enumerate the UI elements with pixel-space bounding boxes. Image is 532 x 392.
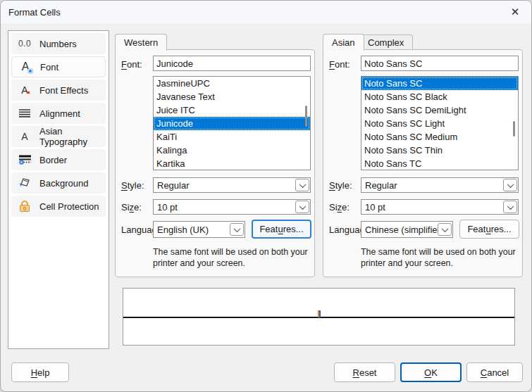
sidebar-item-label: Background — [39, 178, 88, 189]
sidebar-item-label: Cell Protection — [39, 201, 99, 212]
sidebar-item-numbers[interactable]: 0.0 Numbers — [11, 33, 106, 54]
alignment-icon — [16, 105, 33, 122]
close-icon[interactable]: ✕ — [499, 1, 531, 23]
font-list-item[interactable]: Juice ITC — [154, 103, 310, 117]
gear-icon — [27, 68, 33, 74]
ok-button[interactable]: OK — [400, 362, 462, 382]
font-list-item[interactable]: Kalinga — [154, 144, 310, 157]
font-list-item[interactable]: Noto Sans TC — [361, 157, 518, 170]
asian-typography-icon: A — [16, 128, 33, 145]
cancel-button[interactable]: Cancel — [466, 362, 523, 382]
asian-size-label: Size: — [329, 202, 349, 213]
font-list-item[interactable]: JasmineUPC — [154, 77, 310, 90]
asian-font-label: Font: — [329, 59, 350, 70]
chevron-down-icon[interactable] — [503, 201, 517, 213]
asian-size-combobox[interactable]: 10 pt — [361, 199, 519, 215]
sidebar-item-label: Border — [39, 155, 67, 165]
sidebar-item-background[interactable]: Background — [11, 172, 106, 194]
background-icon — [16, 175, 33, 191]
title-bar: Format Cells ✕ — [1, 1, 531, 23]
sidebar-item-label: Asian Typography — [39, 126, 106, 147]
asian-list-scrollbar[interactable] — [513, 121, 515, 137]
western-font-label: Font: — [121, 59, 142, 70]
sidebar-item-cell-protection[interactable]: 0 Cell Protection — [11, 196, 106, 217]
sidebar-item-border[interactable]: Border — [11, 149, 106, 170]
sidebar-item-asian-typography[interactable]: A Asian Typography — [11, 126, 106, 147]
sidebar-item-alignment[interactable]: Alignment — [11, 103, 106, 124]
format-cells-dialog: Format Cells ✕ 0.0 Numbers A Font A Font… — [0, 0, 532, 392]
western-style-combobox[interactable]: Regular — [153, 177, 311, 193]
western-size-combobox[interactable]: 10 pt — [153, 199, 311, 215]
font-list-item[interactable]: Noto Sans SC Black — [361, 90, 518, 103]
lock-icon: 0 — [20, 201, 30, 212]
asian-group: Font: Noto Sans SCNoto Sans SC BlackNoto… — [323, 49, 523, 277]
tab-complex[interactable]: Complex — [359, 34, 413, 49]
font-list-item[interactable]: Kartika — [154, 157, 310, 170]
font-list-item[interactable]: Noto Sans SC — [361, 77, 518, 90]
font-list-item[interactable]: Junicode — [154, 117, 310, 130]
asian-font-list[interactable]: Noto Sans SCNoto Sans SC BlackNoto Sans … — [361, 76, 519, 170]
western-note: The same font will be used on both your … — [153, 246, 314, 269]
sidebar-item-label: Alignment — [39, 108, 80, 119]
asian-style-label: Style: — [329, 180, 352, 191]
asian-font-input[interactable] — [361, 56, 519, 71]
chevron-down-icon[interactable] — [295, 201, 309, 213]
font-list-item[interactable]: Javanese Text — [154, 90, 310, 103]
asian-features-button[interactable]: Features... — [459, 220, 519, 239]
chevron-down-icon[interactable] — [295, 179, 309, 191]
border-icon — [16, 151, 33, 168]
preview-glyph — [318, 310, 321, 317]
western-features-button[interactable]: Features... — [252, 220, 311, 239]
font-list-item[interactable]: Noto Sans SC Thin — [361, 144, 518, 157]
tab-asian[interactable]: Asian — [323, 34, 364, 51]
font-list-item[interactable]: Noto Sans SC Light — [361, 117, 518, 130]
cell-protection-icon: 0 — [16, 198, 33, 215]
western-language-combobox[interactable]: English (UK) — [153, 221, 245, 238]
chevron-down-icon[interactable] — [438, 223, 452, 236]
sidebar-item-font-effects[interactable]: A Font Effects — [11, 80, 106, 101]
help-button[interactable]: Help — [11, 362, 69, 382]
asian-style-combobox[interactable]: Regular — [361, 177, 519, 193]
window-title: Format Cells — [1, 7, 61, 18]
sidebar-item-label: Numbers — [39, 39, 77, 49]
western-size-label: Size: — [121, 202, 142, 213]
sidebar-item-label: Font — [40, 62, 58, 72]
chevron-down-icon[interactable] — [503, 179, 517, 191]
sidebar-item-label: Font Effects — [39, 85, 88, 96]
chevron-down-icon[interactable] — [230, 223, 244, 236]
western-font-list[interactable]: JasmineUPCJavanese TextJuice ITCJunicode… — [153, 76, 311, 170]
western-group: Font: JasmineUPCJavanese TextJuice ITCJu… — [115, 49, 315, 277]
font-list-item[interactable]: Noto Sans SC Medium — [361, 130, 518, 144]
tab-western[interactable]: Western — [115, 34, 167, 51]
font-preview — [123, 288, 515, 346]
western-list-scrollbar[interactable] — [305, 106, 307, 127]
font-list-item[interactable]: KaiTi — [154, 130, 310, 144]
numbers-icon: 0.0 — [16, 35, 33, 52]
font-effects-icon: A — [16, 82, 33, 99]
western-font-input[interactable] — [153, 56, 311, 71]
western-style-label: Style: — [121, 180, 144, 191]
category-sidebar: 0.0 Numbers A Font A Font Effects Alignm… — [8, 30, 109, 349]
reset-button[interactable]: Reset — [334, 362, 395, 382]
font-icon: A — [17, 58, 34, 75]
asian-note: The same font will be used on both your … — [361, 246, 521, 269]
sidebar-item-font[interactable]: A Font — [11, 56, 106, 77]
asian-language-combobox[interactable]: Chinese (simplified) — [361, 221, 453, 238]
font-list-item[interactable]: Noto Sans SC DemiLight — [361, 103, 518, 117]
